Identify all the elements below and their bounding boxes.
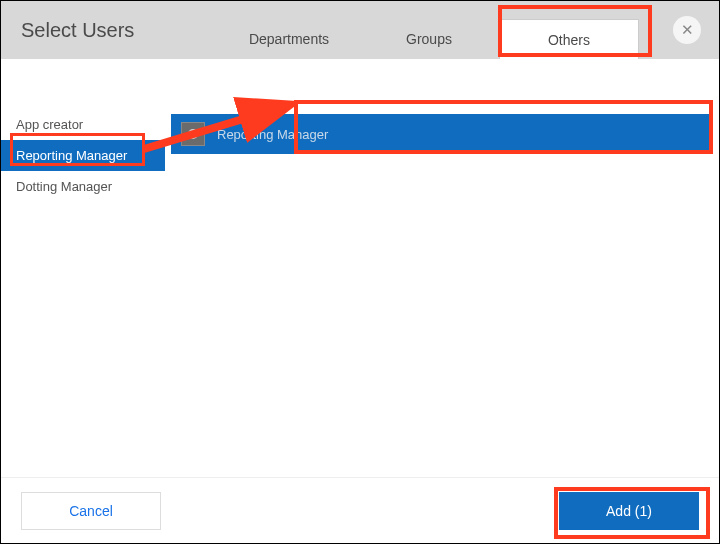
dialog-header: Select Users Departments Groups Others ✕ — [1, 1, 719, 59]
dialog-footer: Cancel Add (1) — [1, 477, 719, 543]
sidebar-item-label: Reporting Manager — [16, 148, 127, 163]
tab-others[interactable]: Others — [499, 19, 639, 59]
cancel-button[interactable]: Cancel — [21, 492, 161, 530]
dialog-content: App creator Reporting Manager Dotting Ma… — [1, 59, 719, 479]
sidebar: App creator Reporting Manager Dotting Ma… — [1, 59, 166, 479]
add-button[interactable]: Add (1) — [559, 492, 699, 530]
cancel-button-label: Cancel — [69, 503, 113, 519]
selected-user-label: Reporting Manager — [217, 127, 328, 142]
selected-user-row[interactable]: Reporting Manager — [171, 114, 709, 154]
close-icon: ✕ — [681, 21, 694, 39]
tab-departments[interactable]: Departments — [219, 19, 359, 59]
checkbox[interactable] — [181, 122, 205, 146]
close-button[interactable]: ✕ — [673, 16, 701, 44]
sidebar-item-app-creator[interactable]: App creator — [1, 109, 165, 140]
main-panel: Reporting Manager — [166, 59, 719, 479]
sidebar-item-label: App creator — [16, 117, 83, 132]
tab-groups[interactable]: Groups — [359, 19, 499, 59]
tab-bar: Departments Groups Others — [219, 19, 639, 59]
sidebar-item-label: Dotting Manager — [16, 179, 112, 194]
checkbox-dot-icon — [188, 129, 198, 139]
sidebar-item-reporting-manager[interactable]: Reporting Manager — [1, 140, 165, 171]
add-button-label: Add (1) — [606, 503, 652, 519]
sidebar-item-dotting-manager[interactable]: Dotting Manager — [1, 171, 165, 202]
dialog-title: Select Users — [21, 19, 134, 42]
